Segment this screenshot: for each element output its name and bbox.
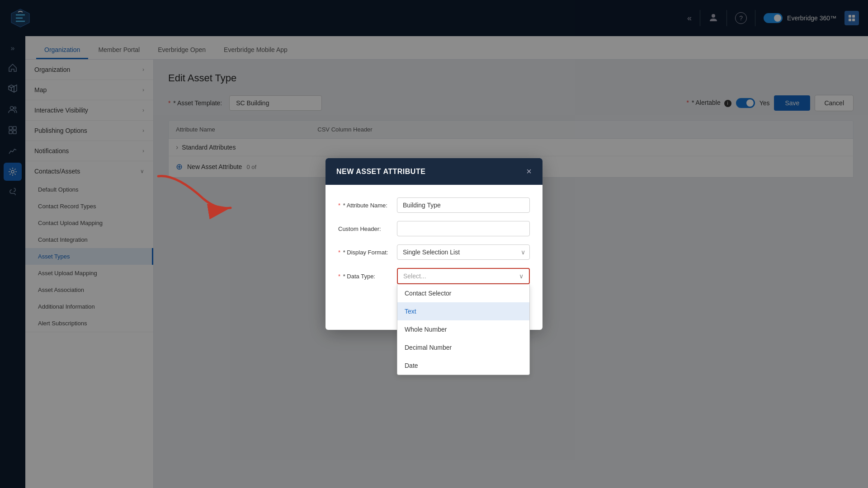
data-type-label: * * Data Type: [338, 273, 397, 280]
modal-title: NEW ASSET ATTRIBUTE [336, 168, 425, 176]
custom-header-label: Custom Header: [338, 225, 397, 232]
dropdown-item-date[interactable]: Date [397, 357, 529, 375]
custom-header-input[interactable] [397, 221, 530, 236]
new-asset-attribute-modal: NEW ASSET ATTRIBUTE × * * Attribute Name… [326, 158, 542, 330]
attribute-name-input[interactable] [397, 197, 530, 213]
modal-body: * * Attribute Name: Custom Header: * * D… [326, 185, 542, 303]
custom-header-field: Custom Header: [338, 221, 530, 236]
display-format-wrapper: Single Selection List ∨ [397, 244, 530, 260]
data-type-wrapper: Select... ∨ Contact Selector Text Whole … [397, 268, 530, 284]
data-type-chevron: ∨ [519, 272, 524, 280]
dropdown-item-contact-selector[interactable]: Contact Selector [397, 284, 529, 302]
dropdown-item-text[interactable]: Text [397, 302, 529, 320]
display-format-select[interactable]: Single Selection List [397, 244, 530, 260]
modal-close-button[interactable]: × [526, 166, 532, 177]
dropdown-item-whole-number[interactable]: Whole Number [397, 320, 529, 338]
data-type-dropdown: Contact Selector Text Whole Number Decim… [397, 284, 530, 375]
display-format-field: * * Display Format: Single Selection Lis… [338, 244, 530, 260]
modal-header: NEW ASSET ATTRIBUTE × [326, 158, 542, 185]
attribute-name-field: * * Attribute Name: [338, 197, 530, 213]
attribute-name-label: * * Attribute Name: [338, 202, 397, 209]
data-type-field: * * Data Type: Select... ∨ Contact Selec… [338, 268, 530, 284]
data-type-placeholder: Select... [403, 272, 519, 280]
dropdown-item-decimal-number[interactable]: Decimal Number [397, 338, 529, 357]
data-type-select-trigger[interactable]: Select... ∨ [397, 268, 530, 284]
display-format-label: * * Display Format: [338, 249, 397, 256]
